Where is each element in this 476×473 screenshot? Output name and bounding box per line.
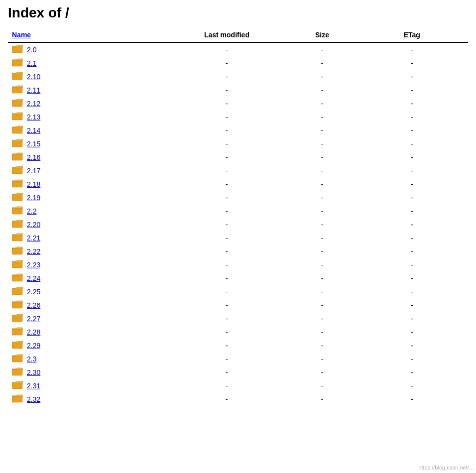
etag-cell: - [356,285,468,298]
file-link[interactable]: 2.15 [27,140,40,148]
file-link[interactable]: 2.23 [27,261,40,269]
size-cell: - [288,164,356,177]
size-cell: - [288,339,356,352]
file-link[interactable]: 2.22 [27,247,40,255]
table-row: 2.22--- [8,244,468,258]
svg-rect-8 [12,154,22,160]
folder-icon [12,85,23,95]
column-header-last-modified: Last modified [165,29,289,42]
last-modified-cell: - [165,150,289,164]
last-modified-cell: - [165,285,289,298]
table-row: 2.25--- [8,285,468,298]
size-cell: - [288,365,356,379]
name-cell: 2.15 [8,137,147,150]
name-cell: 2.30 [8,365,147,379]
last-modified-cell: - [165,70,289,83]
last-modified-cell: - [165,352,289,365]
svg-rect-3 [12,87,22,93]
size-cell: - [288,42,356,56]
table-row: 2.26--- [8,298,468,312]
name-cell: 2.18 [8,177,147,191]
file-link[interactable]: 2.3 [27,355,36,363]
name-cell: 2.31 [8,379,147,392]
folder-icon [12,394,23,404]
size-cell: - [288,83,356,97]
table-row: 2.28--- [8,325,468,339]
name-sort-link[interactable]: Name [12,31,31,39]
last-modified-cell: - [165,258,289,271]
size-cell: - [288,352,356,365]
size-cell: - [288,123,356,137]
table-row: 2.3--- [8,352,468,365]
svg-rect-14 [12,235,22,241]
table-row: 2.32--- [8,392,468,406]
svg-rect-0 [12,46,22,53]
size-cell: - [288,258,356,271]
etag-cell: - [356,325,468,339]
folder-icon [12,71,23,82]
last-modified-cell: - [165,325,289,339]
file-link[interactable]: 2.10 [27,73,40,81]
last-modified-cell: - [165,56,289,70]
etag-cell: - [356,244,468,258]
table-row: 2.1--- [8,56,468,70]
file-link[interactable]: 2.19 [27,194,40,202]
file-link[interactable]: 2.2 [27,207,36,215]
file-link[interactable]: 2.25 [27,288,40,296]
file-link[interactable]: 2.29 [27,342,40,350]
svg-rect-19 [12,302,22,308]
file-link[interactable]: 2.0 [27,46,36,54]
last-modified-cell: - [165,137,289,150]
file-link[interactable]: 2.28 [27,328,40,336]
name-cell: 2.3 [8,352,147,365]
file-link[interactable]: 2.11 [27,86,40,94]
folder-icon [12,246,23,256]
last-modified-cell: - [165,83,289,97]
file-link[interactable]: 2.31 [27,382,40,390]
size-cell: - [288,231,356,244]
file-link[interactable]: 2.16 [27,153,40,161]
svg-rect-17 [12,275,22,281]
size-cell: - [288,325,356,339]
etag-cell: - [356,231,468,244]
last-modified-cell: - [165,312,289,325]
file-link[interactable]: 2.21 [27,234,40,242]
table-row: 2.27--- [8,312,468,325]
name-cell: 2.26 [8,298,147,312]
svg-rect-24 [12,369,22,375]
table-row: 2.18--- [8,177,468,191]
etag-cell: - [356,164,468,177]
file-link[interactable]: 2.18 [27,180,40,188]
folder-icon [12,259,23,270]
file-link[interactable]: 2.20 [27,221,40,229]
size-cell: - [288,150,356,164]
file-link[interactable]: 2.27 [27,315,40,323]
size-cell: - [288,191,356,204]
folder-icon [12,273,23,283]
etag-cell: - [356,137,468,150]
svg-rect-26 [12,396,22,402]
folder-icon [12,152,23,162]
svg-rect-15 [12,248,22,254]
table-row: 2.11--- [8,83,468,97]
file-link[interactable]: 2.14 [27,126,40,134]
file-link[interactable]: 2.17 [27,167,40,175]
name-cell: 2.20 [8,218,147,231]
file-link[interactable]: 2.24 [27,274,40,282]
file-link[interactable]: 2.32 [27,395,40,403]
svg-rect-10 [12,181,22,187]
svg-rect-6 [12,127,22,133]
name-cell: 2.29 [8,339,147,352]
file-link[interactable]: 2.13 [27,113,40,121]
folder-icon [12,380,23,391]
name-cell: 2.2 [8,204,147,218]
last-modified-cell: - [165,365,289,379]
name-cell: 2.27 [8,312,147,325]
last-modified-cell: - [165,392,289,406]
svg-rect-13 [12,221,22,228]
size-cell: - [288,177,356,191]
file-link[interactable]: 2.26 [27,301,40,309]
file-link[interactable]: 2.12 [27,100,40,108]
file-link[interactable]: 2.30 [27,368,40,376]
file-link[interactable]: 2.1 [27,59,36,67]
